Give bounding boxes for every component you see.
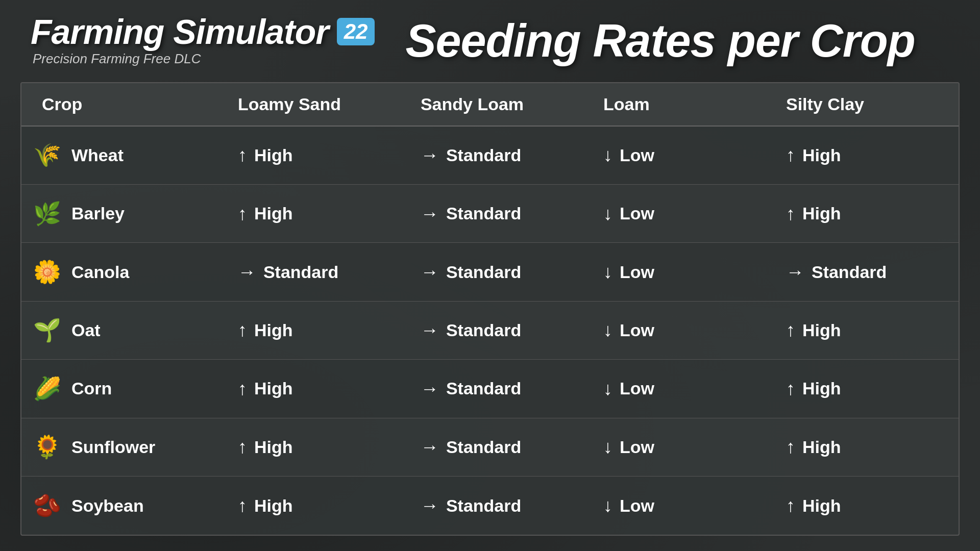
crop-icon-wheat: 🌾 bbox=[32, 140, 62, 170]
rate-label: Low bbox=[620, 379, 654, 398]
page-title: Seeding Rates per Crop bbox=[405, 18, 915, 64]
col-header-loamy-sand: Loamy Sand bbox=[228, 83, 410, 126]
rate-label: Standard bbox=[812, 262, 887, 282]
table-container: Crop Loamy Sand Sandy Loam Loam Silty Cl… bbox=[20, 82, 960, 536]
rate-label: Standard bbox=[446, 262, 521, 282]
header: Farming Simulator 22 Precision Farming F… bbox=[0, 0, 980, 77]
table-row: 🌱 Oat ↑ High → Standard ↓ Low ↑ High bbox=[21, 301, 959, 359]
rate-arrow: ↑ bbox=[238, 205, 247, 223]
crop-name-canola: Canola bbox=[71, 262, 129, 282]
crop-cell-sunflower: 🌻 Sunflower bbox=[21, 418, 228, 476]
rate-arrow: ↑ bbox=[786, 496, 795, 515]
rate-arrow: ↓ bbox=[603, 263, 612, 281]
rate-label: High bbox=[802, 145, 841, 165]
rate-cell-corn-sandy-loam: → Standard bbox=[410, 360, 593, 418]
rate-arrow: ↑ bbox=[786, 380, 795, 398]
crop-name-corn: Corn bbox=[71, 379, 112, 398]
rate-cell-soybean-loam: ↓ Low bbox=[593, 477, 776, 535]
rate-arrow: → bbox=[421, 496, 439, 515]
rate-arrow: ↓ bbox=[603, 146, 612, 164]
rate-cell-corn-loamy-sand: ↑ High bbox=[228, 360, 410, 418]
rate-label: High bbox=[254, 320, 293, 340]
rate-cell-sunflower-sandy-loam: → Standard bbox=[410, 418, 593, 476]
crop-name-wheat: Wheat bbox=[71, 145, 124, 165]
crop-icon-canola: 🌼 bbox=[32, 257, 62, 287]
rate-arrow: → bbox=[238, 263, 256, 281]
rate-cell-wheat-sandy-loam: → Standard bbox=[410, 126, 593, 184]
rate-arrow: ↑ bbox=[238, 146, 247, 164]
rate-label: High bbox=[254, 496, 293, 516]
col-header-silty-clay: Silty Clay bbox=[776, 83, 959, 126]
rate-cell-soybean-loamy-sand: ↑ High bbox=[228, 477, 410, 535]
rate-label: High bbox=[254, 437, 293, 457]
logo-subtitle: Precision Farming Free DLC bbox=[33, 51, 201, 67]
rate-arrow: ↑ bbox=[238, 438, 247, 456]
rate-arrow: ↓ bbox=[603, 496, 612, 515]
rate-label: High bbox=[802, 379, 841, 398]
crop-cell-wheat: 🌾 Wheat bbox=[21, 126, 228, 184]
rate-cell-oat-loamy-sand: ↑ High bbox=[228, 301, 410, 359]
rate-label: Low bbox=[620, 262, 654, 282]
rate-label: Standard bbox=[263, 262, 338, 282]
rate-cell-barley-silty-clay: ↑ High bbox=[776, 184, 959, 242]
table-row: 🌿 Barley ↑ High → Standard ↓ Low ↑ High bbox=[21, 184, 959, 242]
rate-label: High bbox=[802, 437, 841, 457]
rate-cell-wheat-loam: ↓ Low bbox=[593, 126, 776, 184]
crop-icon-sunflower: 🌻 bbox=[32, 432, 62, 462]
rate-cell-canola-loam: ↓ Low bbox=[593, 243, 776, 301]
rate-arrow: → bbox=[421, 205, 439, 223]
rate-cell-canola-loamy-sand: → Standard bbox=[228, 243, 410, 301]
rate-arrow: ↑ bbox=[238, 380, 247, 398]
rate-cell-canola-sandy-loam: → Standard bbox=[410, 243, 593, 301]
rate-arrow: ↓ bbox=[603, 205, 612, 223]
rate-label: Standard bbox=[446, 204, 521, 223]
rate-arrow: ↑ bbox=[786, 438, 795, 456]
logo-section: Farming Simulator 22 Precision Farming F… bbox=[31, 14, 375, 67]
rate-cell-barley-sandy-loam: → Standard bbox=[410, 184, 593, 242]
crop-name-oat: Oat bbox=[71, 320, 101, 340]
rate-label: High bbox=[254, 379, 293, 398]
rate-arrow: ↓ bbox=[603, 321, 612, 339]
rate-cell-corn-silty-clay: ↑ High bbox=[776, 360, 959, 418]
rate-cell-canola-silty-clay: → Standard bbox=[776, 243, 959, 301]
logo-badge: 22 bbox=[337, 18, 375, 45]
crop-cell-canola: 🌼 Canola bbox=[21, 243, 228, 301]
rate-label: Low bbox=[620, 204, 654, 223]
rate-cell-sunflower-silty-clay: ↑ High bbox=[776, 418, 959, 476]
rate-arrow: → bbox=[421, 438, 439, 456]
table-row: 🌽 Corn ↑ High → Standard ↓ Low ↑ High bbox=[21, 360, 959, 418]
seeding-rates-table: Crop Loamy Sand Sandy Loam Loam Silty Cl… bbox=[21, 83, 959, 535]
crop-cell-corn: 🌽 Corn bbox=[21, 360, 228, 418]
col-header-sandy-loam: Sandy Loam bbox=[410, 83, 593, 126]
rate-arrow: → bbox=[421, 263, 439, 281]
col-header-crop: Crop bbox=[21, 83, 228, 126]
rate-label: High bbox=[802, 496, 841, 516]
rate-cell-oat-sandy-loam: → Standard bbox=[410, 301, 593, 359]
rate-label: Standard bbox=[446, 145, 521, 165]
rate-cell-barley-loam: ↓ Low bbox=[593, 184, 776, 242]
table-row: 🌻 Sunflower ↑ High → Standard ↓ Low ↑ Hi… bbox=[21, 418, 959, 476]
crop-cell-soybean: 🫘 Soybean bbox=[21, 477, 228, 535]
table-row: 🫘 Soybean ↑ High → Standard ↓ Low ↑ High bbox=[21, 477, 959, 535]
crop-icon-oat: 🌱 bbox=[32, 315, 62, 345]
rate-arrow: → bbox=[421, 146, 439, 164]
rate-label: High bbox=[254, 204, 293, 223]
rate-arrow: ↑ bbox=[238, 496, 247, 515]
rate-label: Standard bbox=[446, 496, 521, 516]
rate-cell-oat-loam: ↓ Low bbox=[593, 301, 776, 359]
rate-cell-wheat-loamy-sand: ↑ High bbox=[228, 126, 410, 184]
rate-arrow: → bbox=[786, 263, 804, 281]
rate-label: Low bbox=[620, 145, 654, 165]
rate-arrow: → bbox=[421, 321, 439, 339]
crop-cell-barley: 🌿 Barley bbox=[21, 184, 228, 242]
rate-cell-soybean-sandy-loam: → Standard bbox=[410, 477, 593, 535]
rate-label: High bbox=[802, 204, 841, 223]
rate-label: High bbox=[802, 320, 841, 340]
rate-cell-wheat-silty-clay: ↑ High bbox=[776, 126, 959, 184]
logo-title: Farming Simulator 22 bbox=[31, 14, 375, 49]
rate-arrow: ↓ bbox=[603, 380, 612, 398]
rate-label: Low bbox=[620, 496, 654, 516]
rate-label: Standard bbox=[446, 437, 521, 457]
crop-icon-soybean: 🫘 bbox=[32, 490, 62, 521]
rate-cell-corn-loam: ↓ Low bbox=[593, 360, 776, 418]
